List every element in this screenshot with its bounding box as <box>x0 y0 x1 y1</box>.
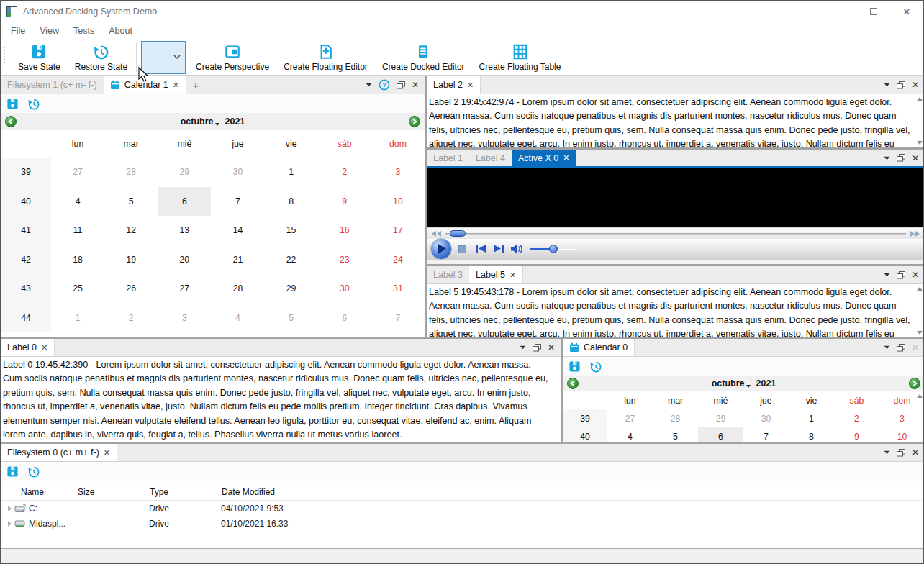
next-button[interactable] <box>493 244 504 253</box>
tab-close-icon[interactable]: ✕ <box>41 343 47 352</box>
tab-close-icon[interactable]: ✕ <box>173 81 179 90</box>
calendar-day[interactable]: 29 <box>265 274 318 304</box>
volume-icon[interactable] <box>510 243 524 255</box>
calendar-day[interactable]: 8 <box>789 427 834 442</box>
rewind-icon[interactable] <box>432 231 442 237</box>
calendar-month[interactable]: octubre <box>181 117 214 127</box>
detach-icon[interactable] <box>897 449 905 457</box>
tab-label4[interactable]: Label 4 <box>469 150 512 166</box>
previous-button[interactable] <box>475 244 486 253</box>
restore-icon[interactable] <box>589 360 602 373</box>
calendar-day[interactable]: 5 <box>104 187 158 217</box>
calendar-day[interactable]: 13 <box>158 216 211 245</box>
calendar-day[interactable]: 1 <box>265 158 318 187</box>
column-header-size[interactable]: Size <box>73 486 145 499</box>
column-header-type[interactable]: Type <box>145 486 217 499</box>
tab-label2[interactable]: Label 2✕ <box>427 76 481 94</box>
tab-close-icon[interactable]: ✕ <box>563 153 569 163</box>
calendar-day[interactable]: 24 <box>371 245 425 275</box>
scrollbar[interactable] <box>916 96 924 146</box>
restore-icon[interactable] <box>27 465 40 478</box>
menu-tests[interactable]: Tests <box>66 22 101 40</box>
calendar-day[interactable]: 7 <box>743 427 789 442</box>
calendar-day[interactable]: 23 <box>318 245 371 275</box>
tab-calendar0[interactable]: Calendar 0 <box>563 339 635 356</box>
new-tab-button[interactable]: + <box>186 76 205 94</box>
panel-menu-icon[interactable] <box>884 83 890 87</box>
calendar-day[interactable]: 20 <box>158 245 211 275</box>
scroll-down-icon[interactable] <box>917 331 923 335</box>
create-docked-editor-button[interactable]: Create Docked Editor <box>375 40 472 75</box>
panel-close-icon[interactable]: ✕ <box>912 80 919 90</box>
calendar-day[interactable]: 21 <box>211 245 264 275</box>
calendar-day[interactable]: 6 <box>158 187 211 217</box>
detach-icon[interactable] <box>897 344 905 352</box>
calendar-day[interactable]: 2 <box>104 304 158 333</box>
panel-close-icon[interactable]: ✕ <box>548 342 555 352</box>
minimize-button[interactable] <box>824 1 857 22</box>
tab-close-icon[interactable]: ✕ <box>104 448 110 458</box>
play-button[interactable] <box>430 238 452 260</box>
panel-menu-icon[interactable] <box>884 273 890 277</box>
calendar-day[interactable]: 1 <box>51 304 104 333</box>
panel-close-icon[interactable]: ✕ <box>912 270 919 280</box>
save-icon[interactable] <box>6 98 19 110</box>
calendar-day[interactable]: 2 <box>834 409 879 427</box>
calendar-day[interactable]: 3 <box>371 158 425 187</box>
calendar-day[interactable]: 30 <box>211 158 264 187</box>
calendar-day[interactable]: 6 <box>698 427 743 442</box>
calendar-day[interactable]: 28 <box>104 158 158 187</box>
save-icon[interactable] <box>6 465 19 478</box>
panel-close-icon[interactable]: ✕ <box>912 447 919 458</box>
detach-icon[interactable] <box>897 271 905 279</box>
create-perspective-button[interactable]: Create Perspective <box>189 40 276 75</box>
tab-close-icon[interactable]: ✕ <box>509 270 516 280</box>
detach-icon[interactable] <box>533 344 541 352</box>
calendar-day[interactable]: 11 <box>51 216 104 245</box>
fast-forward-icon[interactable] <box>910 231 920 237</box>
calendar-day[interactable]: 29 <box>158 158 211 187</box>
menu-view[interactable]: View <box>32 22 66 40</box>
calendar-day[interactable]: 27 <box>158 274 211 304</box>
calendar-day[interactable]: 10 <box>371 187 425 217</box>
seek-bar[interactable] <box>427 227 924 239</box>
scroll-up-icon[interactable] <box>917 97 923 101</box>
table-row[interactable]: C: Drive 04/10/2021 9:53 <box>1 501 924 516</box>
tab-label0[interactable]: Label 0✕ <box>1 339 55 356</box>
calendar-day[interactable]: 8 <box>265 187 318 217</box>
calendar-day[interactable]: 30 <box>318 274 371 304</box>
calendar-day[interactable]: 7 <box>211 187 264 217</box>
calendar-year[interactable]: 2021 <box>756 378 776 388</box>
stop-button[interactable] <box>458 245 466 253</box>
scroll-down-icon[interactable] <box>917 141 923 145</box>
next-month-button[interactable] <box>409 116 420 127</box>
calendar-year[interactable]: 2021 <box>225 117 245 127</box>
calendar-day[interactable]: 15 <box>265 216 318 245</box>
expand-icon[interactable] <box>8 506 12 511</box>
detach-icon[interactable] <box>897 81 905 89</box>
tab-activex0[interactable]: Active X 0✕ <box>512 150 576 166</box>
calendar-day[interactable]: 16 <box>318 216 371 245</box>
panel-menu-icon[interactable] <box>520 345 526 350</box>
calendar-day[interactable]: 14 <box>211 216 264 245</box>
tab-close-icon[interactable]: ✕ <box>467 81 474 90</box>
save-icon[interactable] <box>569 360 581 373</box>
calendar-day[interactable]: 7 <box>371 304 425 333</box>
panel-close-icon[interactable]: ✕ <box>912 153 919 163</box>
panel-menu-icon[interactable] <box>884 345 890 350</box>
seek-track[interactable] <box>445 233 906 235</box>
calendar-month-year[interactable]: octubre2021 <box>563 378 924 388</box>
calendar-day[interactable]: 30 <box>743 409 789 427</box>
save-state-button[interactable]: Save State <box>11 40 68 75</box>
calendar-day[interactable]: 27 <box>607 409 653 427</box>
calendar-day[interactable]: 1 <box>789 409 834 427</box>
detach-icon[interactable] <box>397 81 405 89</box>
tab-filesystem1[interactable]: Filesystem 1 (c+ m- f-) <box>1 76 104 94</box>
seek-thumb[interactable] <box>450 230 466 237</box>
calendar-day[interactable]: 9 <box>834 427 879 442</box>
table-row[interactable]: Midaspl... Drive 01/10/2021 16:33 <box>1 516 924 531</box>
restore-state-button[interactable]: Restore State <box>68 40 135 75</box>
scrollbar[interactable] <box>916 393 924 442</box>
create-floating-table-button[interactable]: Create Floating Table <box>472 40 569 75</box>
calendar-day[interactable]: 17 <box>371 216 425 245</box>
